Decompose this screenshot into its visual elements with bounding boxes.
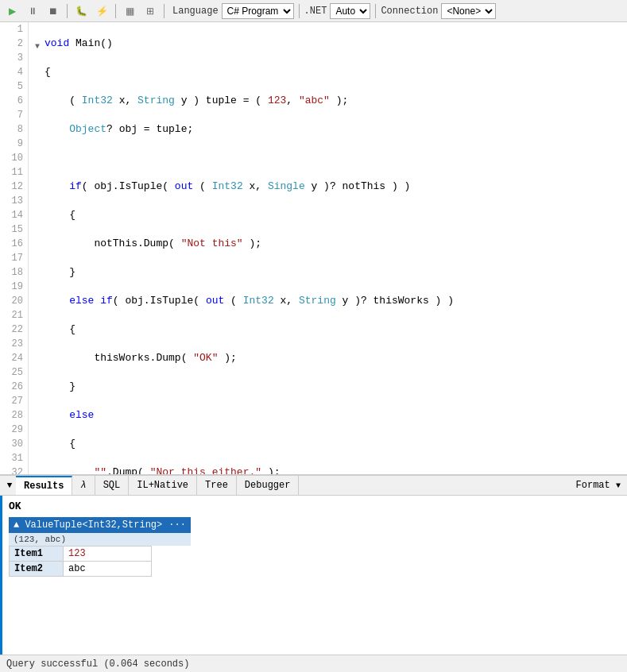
result-subtitle: (123, abc) xyxy=(9,533,191,546)
separator-3 xyxy=(164,4,164,18)
dotnet-label: .NET xyxy=(304,6,327,17)
code-line-2: { xyxy=(35,65,627,79)
status-bar: Query successful (0.064 seconds) xyxy=(0,655,627,672)
tab-tree[interactable]: Tree xyxy=(197,476,237,495)
tab-arrow[interactable]: ▼ xyxy=(3,479,16,492)
row-value-1: 123 xyxy=(64,546,152,562)
pause-icon: ⏸ xyxy=(28,6,37,17)
chevron-down-icon: ▼ xyxy=(7,481,13,490)
tab-results[interactable]: Results xyxy=(16,476,72,495)
bug-icon: 🐛 xyxy=(75,6,87,17)
table-button[interactable]: ⊞ xyxy=(141,2,159,20)
code-line-4: Object? obj = tuple; xyxy=(35,122,627,137)
fold-1[interactable]: ▼ xyxy=(35,40,43,48)
code-line-13: } xyxy=(35,380,627,394)
connection-select[interactable]: <None> xyxy=(441,3,496,19)
code-line-5 xyxy=(35,151,627,165)
row-label-1: Item1 xyxy=(10,546,64,562)
code-line-11: { xyxy=(35,322,627,337)
code-line-16: "".Dump( "Nor this either." ); xyxy=(35,465,627,475)
result-table-header: ▲ ValueTuple<Int32,String> ··· xyxy=(9,517,191,533)
code-editor: 12345 678910 1112131415 1617181920 21222… xyxy=(0,22,627,475)
grid-button[interactable]: ▦ xyxy=(121,2,138,20)
table-icon: ⊞ xyxy=(146,6,154,17)
results-panel: OK ▲ ValueTuple<Int32,String> ··· (123, … xyxy=(0,496,627,655)
code-line-7: { xyxy=(35,208,627,222)
code-line-10: else if( obj.IsTuple( out ( Int32 x, Str… xyxy=(35,294,627,308)
tab-ilnative[interactable]: IL+Native xyxy=(129,476,197,495)
result-table: Item1 123 Item2 abc xyxy=(9,546,152,577)
code-line-8: notThis.Dump( "Not this" ); xyxy=(35,237,627,251)
play-icon xyxy=(9,5,16,17)
format-arrow-icon: ▼ xyxy=(616,481,621,490)
stop-button[interactable]: ⏹ xyxy=(45,2,62,20)
code-area[interactable]: ▼void Main() { ( Int32 x, String y ) tup… xyxy=(29,22,627,474)
table-row: Item2 abc xyxy=(10,562,152,577)
code-line-9: } xyxy=(35,265,627,280)
connection-label: Connection xyxy=(381,6,438,17)
separator-5 xyxy=(375,4,376,18)
tab-sql[interactable]: SQL xyxy=(95,476,130,495)
language-select[interactable]: C# Program xyxy=(222,3,294,19)
separator-2 xyxy=(115,4,116,18)
row-label-2: Item2 xyxy=(10,562,64,577)
toolbar: ⏸ ⏹ 🐛 ⚡ ▦ ⊞ Language C# Program .NET Aut… xyxy=(0,0,627,22)
code-line-1: ▼void Main() xyxy=(35,37,627,51)
tab-debugger[interactable]: Debugger xyxy=(237,476,300,495)
tab-lambda[interactable]: λ xyxy=(72,476,95,495)
separator-1 xyxy=(67,4,68,18)
result-table-container: ▲ ValueTuple<Int32,String> ··· (123, abc… xyxy=(9,517,191,577)
dotnet-select[interactable]: Auto xyxy=(330,3,370,19)
pause-button[interactable]: ⏸ xyxy=(24,2,41,20)
play-button[interactable] xyxy=(3,2,21,20)
code-line-3: ( Int32 x, String y ) tuple = ( 123, "ab… xyxy=(35,94,627,108)
table-ellipsis[interactable]: ··· xyxy=(168,519,186,531)
flash-button[interactable]: ⚡ xyxy=(93,2,110,20)
table-row: Item1 123 xyxy=(10,546,152,562)
table-title: ▲ ValueTuple<Int32,String> xyxy=(14,519,162,531)
code-line-14: else xyxy=(35,408,627,423)
line-numbers: 12345 678910 1112131415 1617181920 21222… xyxy=(0,22,29,474)
flash-icon: ⚡ xyxy=(96,6,108,17)
row-value-2: abc xyxy=(64,562,152,577)
bug-button[interactable]: 🐛 xyxy=(72,2,90,20)
format-button[interactable]: Format ▼ xyxy=(576,480,621,491)
code-line-6: if( obj.IsTuple( out ( Int32 x, Single y… xyxy=(35,180,627,194)
stop-icon: ⏹ xyxy=(48,6,58,17)
ok-text: OK xyxy=(9,500,621,512)
bottom-tabs: ▼ Results λ SQL IL+Native Tree Debugger … xyxy=(0,475,627,496)
status-text: Query successful (0.064 seconds) xyxy=(6,658,189,670)
language-label: Language xyxy=(172,6,219,17)
code-line-15: { xyxy=(35,437,627,451)
grid-icon: ▦ xyxy=(126,6,134,17)
separator-4 xyxy=(299,4,300,18)
code-line-12: thisWorks.Dump( "OK" ); xyxy=(35,351,627,365)
